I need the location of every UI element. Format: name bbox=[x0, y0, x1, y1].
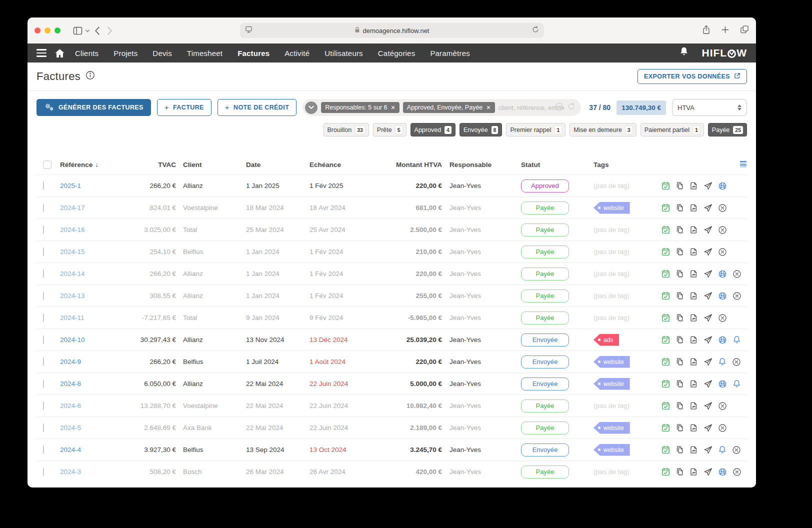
duplicate-icon[interactable] bbox=[675, 269, 684, 278]
row-checkbox[interactable] bbox=[43, 182, 44, 190]
invoice-reference-link[interactable]: 2024-3 bbox=[60, 468, 81, 476]
status-filter-pr-te[interactable]: Prête5 bbox=[373, 123, 406, 136]
status-badge[interactable]: Envoyée bbox=[521, 334, 569, 346]
row-checkbox[interactable] bbox=[43, 270, 44, 278]
validate-calendar-icon[interactable] bbox=[661, 467, 670, 476]
tag-pill[interactable]: website bbox=[594, 444, 630, 456]
invoice-reference-link[interactable]: 2024-13 bbox=[60, 292, 85, 300]
cancel-icon[interactable] bbox=[732, 445, 742, 455]
invoice-reference-link[interactable]: 2024-6 bbox=[60, 402, 81, 410]
invoice-reference-link[interactable]: 2024-9 bbox=[60, 358, 81, 366]
row-checkbox[interactable] bbox=[43, 248, 44, 256]
status-filter-envoy-e[interactable]: Envoyée8 bbox=[460, 123, 502, 136]
status-badge[interactable]: Payée bbox=[521, 246, 569, 258]
reminder-bell-icon[interactable] bbox=[732, 379, 742, 389]
validate-calendar-icon[interactable] bbox=[661, 401, 670, 410]
invoice-reference-link[interactable]: 2024-15 bbox=[60, 248, 85, 256]
status-badge[interactable]: Payée bbox=[521, 224, 569, 236]
duplicate-icon[interactable] bbox=[675, 203, 684, 212]
pdf-icon[interactable] bbox=[689, 247, 698, 256]
info-icon[interactable] bbox=[86, 70, 95, 83]
invoice-reference-link[interactable]: 2025-1 bbox=[60, 182, 81, 190]
cancel-icon[interactable] bbox=[718, 401, 728, 411]
send-icon[interactable] bbox=[703, 467, 713, 476]
status-badge[interactable]: Envoyée bbox=[521, 356, 569, 368]
validate-calendar-icon[interactable] bbox=[661, 291, 670, 300]
row-checkbox[interactable] bbox=[43, 226, 44, 234]
e-invoice-network-icon[interactable] bbox=[718, 181, 728, 191]
send-icon[interactable] bbox=[703, 181, 713, 190]
pdf-icon[interactable] bbox=[689, 423, 698, 432]
status-filter-paiement-partiel[interactable]: Paiement partiel1 bbox=[640, 123, 704, 136]
refresh-search-icon[interactable] bbox=[567, 102, 576, 113]
e-invoice-network-icon[interactable] bbox=[718, 379, 728, 389]
pdf-icon[interactable] bbox=[689, 467, 698, 476]
send-icon[interactable] bbox=[703, 291, 713, 300]
pdf-icon[interactable] bbox=[689, 445, 698, 454]
pdf-icon[interactable] bbox=[689, 357, 698, 366]
duplicate-icon[interactable] bbox=[675, 181, 684, 190]
duplicate-icon[interactable] bbox=[675, 401, 684, 410]
collapse-filters-button[interactable] bbox=[305, 102, 318, 114]
status-filter-premier-rappel[interactable]: Premier rappel1 bbox=[506, 123, 566, 136]
status-badge[interactable]: Payée bbox=[521, 202, 569, 214]
send-icon[interactable] bbox=[703, 269, 713, 278]
status-filter-approved[interactable]: Approved4 bbox=[410, 123, 456, 136]
duplicate-icon[interactable] bbox=[675, 313, 684, 322]
send-icon[interactable] bbox=[703, 247, 713, 256]
validate-calendar-icon[interactable] bbox=[661, 225, 670, 234]
nav-item-utilisateurs[interactable]: Utilisateurs bbox=[324, 49, 363, 58]
cancel-icon[interactable] bbox=[732, 467, 742, 477]
validate-calendar-icon[interactable] bbox=[661, 313, 670, 322]
column-header-responsable[interactable]: Responsable bbox=[442, 161, 512, 168]
status-filter-pay-e[interactable]: Payée25 bbox=[708, 123, 747, 136]
column-header-tags[interactable]: Tags bbox=[584, 161, 652, 168]
row-checkbox[interactable] bbox=[43, 380, 44, 388]
duplicate-icon[interactable] bbox=[675, 467, 684, 476]
column-header-reference[interactable]: Référence↓ bbox=[60, 161, 120, 168]
validate-calendar-icon[interactable] bbox=[661, 379, 670, 388]
send-icon[interactable] bbox=[703, 423, 713, 432]
zoom-window-button[interactable] bbox=[54, 28, 60, 34]
minimize-window-button[interactable] bbox=[44, 28, 50, 34]
row-checkbox[interactable] bbox=[43, 336, 44, 344]
invoice-reference-link[interactable]: 2024-10 bbox=[60, 336, 85, 344]
duplicate-icon[interactable] bbox=[675, 335, 684, 344]
nav-item-factures[interactable]: Factures bbox=[238, 49, 270, 58]
send-icon[interactable] bbox=[703, 203, 713, 212]
validate-calendar-icon[interactable] bbox=[661, 423, 670, 432]
cancel-icon[interactable] bbox=[746, 335, 747, 345]
pdf-icon[interactable] bbox=[689, 401, 698, 410]
clear-search-icon[interactable] bbox=[554, 102, 564, 114]
nav-item-clients[interactable]: Clients bbox=[75, 49, 98, 58]
new-invoice-button[interactable]: + FACTURE bbox=[157, 99, 212, 116]
status-badge[interactable]: Payée bbox=[521, 312, 569, 324]
remove-filter-icon[interactable]: ✕ bbox=[391, 104, 396, 111]
e-invoice-network-icon[interactable] bbox=[718, 269, 728, 279]
e-invoice-network-icon[interactable] bbox=[718, 467, 728, 477]
validate-calendar-icon[interactable] bbox=[661, 203, 670, 212]
send-icon[interactable] bbox=[703, 225, 713, 234]
status-badge[interactable]: Payée bbox=[521, 290, 569, 302]
pdf-icon[interactable] bbox=[689, 291, 698, 300]
select-all-checkbox[interactable] bbox=[43, 160, 52, 169]
invoice-reference-link[interactable]: 2024-5 bbox=[60, 424, 81, 432]
column-header-montant[interactable]: Montant HTVA bbox=[391, 161, 442, 168]
tag-pill[interactable]: website bbox=[594, 422, 630, 434]
tag-pill[interactable]: website bbox=[594, 378, 630, 390]
nav-item-activit-[interactable]: Activité bbox=[284, 49, 310, 58]
duplicate-icon[interactable] bbox=[675, 445, 684, 454]
back-button[interactable] bbox=[94, 26, 100, 35]
reminder-bell-icon[interactable] bbox=[718, 357, 727, 367]
e-invoice-network-icon[interactable] bbox=[718, 291, 728, 301]
sidebar-chevron-icon[interactable] bbox=[85, 29, 90, 32]
status-filter-brouillon[interactable]: Brouillon33 bbox=[324, 123, 369, 136]
pdf-icon[interactable] bbox=[689, 269, 698, 278]
validate-calendar-icon[interactable] bbox=[661, 269, 670, 278]
validate-calendar-icon[interactable] bbox=[661, 181, 670, 190]
tag-pill[interactable]: website bbox=[594, 202, 630, 214]
nav-item-timesheet[interactable]: Timesheet bbox=[187, 49, 222, 58]
status-badge[interactable]: Payée bbox=[521, 400, 569, 412]
cancel-icon[interactable] bbox=[718, 225, 728, 235]
column-header-client[interactable]: Client bbox=[176, 161, 246, 168]
